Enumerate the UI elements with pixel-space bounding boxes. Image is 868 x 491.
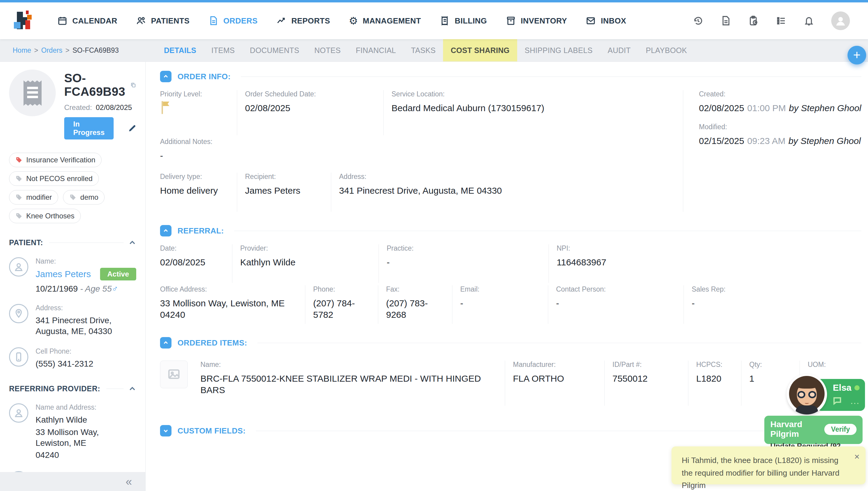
expand-section-icon[interactable] [160,425,171,436]
nav-label: REPORTS [291,16,330,26]
top-navigation-bar: CALENDAR PATIENTS ORDERS REPORTS ⚙ MANAG… [0,0,868,39]
sales-rep-value: - [692,298,854,309]
nav-label: INBOX [601,16,626,26]
custom-fields-title: CUSTOM FIELDS: [177,426,246,436]
tab-details[interactable]: DETAILS [157,39,204,61]
breadcrumb-orders[interactable]: Orders [41,47,62,55]
chevron-up-icon[interactable] [129,385,136,393]
recipient-value: James Peters [245,185,324,196]
nav-item-inbox[interactable]: INBOX [586,16,626,26]
collapse-section-icon[interactable] [160,71,171,82]
scheduled-date-label: Order Scheduled Date: [245,90,376,98]
add-button[interactable]: + [847,46,866,64]
chevron-up-icon[interactable] [129,239,136,247]
tab-financial[interactable]: FINANCIAL [348,39,403,61]
provider-address-line2: 04240 [35,450,136,461]
chat-bubble-icon[interactable] [833,396,842,405]
billing-icon [440,16,450,26]
nav-label: PATIENTS [151,16,190,26]
patient-name-link[interactable]: James Peters [35,269,91,279]
assistant-avatar[interactable] [787,374,827,414]
tag-icon [16,194,23,201]
tab-notes[interactable]: NOTES [307,39,348,61]
status-badge: In Progress [64,117,114,140]
nav-item-management[interactable]: ⚙ MANAGEMENT [349,16,421,26]
ordered-items-title: ORDERED ITEMS: [177,338,247,348]
office-address-label: Office Address: [160,285,298,293]
history-icon[interactable] [693,16,703,26]
tab-documents[interactable]: DOCUMENTS [242,39,307,61]
item-image-placeholder [160,360,188,388]
patients-icon [136,16,146,26]
inventory-icon [506,16,516,26]
tag-label: Not PECOS enrolled [26,174,92,183]
referral-fax-value: (207) 783-9268 [386,298,445,320]
order-avatar [9,69,56,116]
modified-date: 02/15/2025 [699,136,744,146]
nav-item-calendar[interactable]: CALENDAR [57,16,117,26]
list-icon[interactable] [776,16,787,26]
copy-icon[interactable] [131,80,136,90]
verify-button[interactable]: Verify [824,424,857,435]
id-part-label: ID/Part #: [612,360,681,369]
bell-icon[interactable] [804,16,814,26]
assistant-name: Elsa [833,382,851,393]
tab-cost-sharing[interactable]: COST SHARING [443,39,517,61]
tag-label: demo [80,193,98,202]
nav-item-inventory[interactable]: INVENTORY [506,16,567,26]
cell-phone-label: Cell Phone: [35,347,136,355]
app-logo[interactable] [14,10,34,31]
tab-items[interactable]: ITEMS [204,39,242,61]
nav-item-billing[interactable]: BILLING [440,16,487,26]
contact-person-label: Contact Person: [556,285,676,293]
assistant-menu-icon[interactable]: … [850,398,860,404]
nav-item-orders[interactable]: ORDERS [208,16,258,26]
item-name-label: Name: [200,360,498,369]
breadcrumb-home[interactable]: Home [13,47,31,55]
receipt-icon [20,79,45,108]
clipboard-clock-icon[interactable] [748,16,759,26]
breadcrumb-separator: > [65,47,69,55]
nav-label: MANAGEMENT [363,16,421,26]
collapse-section-icon[interactable] [160,225,171,236]
provider-name: Kathlyn Wilde [35,414,136,425]
recipient-label: Recipient: [245,173,324,181]
tag-chip: Insurance Verification [9,153,102,167]
referral-email-value: - [460,298,541,309]
priority-flag-icon[interactable] [160,100,172,114]
collapse-sidebar-icon[interactable]: « [126,476,132,487]
tab-shipping-labels[interactable]: SHIPPING LABELS [517,39,600,61]
tab-playbook[interactable]: PLAYBOOK [638,39,695,61]
created-by: by Stephen Ghool [789,103,861,113]
assistant-toast: × Hi Tahmid, the knee brace (L1820) is m… [672,446,866,484]
patient-cell-phone: (555) 341-2312 [35,358,136,369]
user-avatar[interactable] [831,11,850,30]
document-icon[interactable] [720,16,731,26]
referral-phone-value: (207) 784-5782 [313,298,371,320]
manufacturer-label: Manufacturer: [513,360,597,369]
nav-item-patients[interactable]: PATIENTS [136,16,190,26]
referral-npi-label: NPI: [557,244,854,253]
tab-tasks[interactable]: TASKS [403,39,443,61]
tag-label: Knee Orthoses [26,212,75,220]
referral-date-value: 02/08/2025 [160,257,225,268]
ordered-item-row: Name: BRC-FLA 7550012-KNEE STABILIZER WR… [160,360,861,406]
referral-npi-value: 1164683967 [557,257,854,268]
service-location-label: Service Location: [392,90,676,98]
referral-date-label: Date: [160,244,225,253]
patient-age: - Age 55 [80,284,112,293]
referral-email-label: Email: [460,285,541,293]
nav-item-reports[interactable]: REPORTS [276,16,330,26]
delivery-address-value: 341 Pinecrest Drive, Augusta, ME 04330 [339,185,676,196]
close-icon[interactable]: × [854,450,860,464]
collapse-section-icon[interactable] [160,337,171,348]
created-date: 02/08/2025 [699,103,744,113]
tab-audit[interactable]: AUDIT [600,39,638,61]
nav-label: ORDERS [223,16,258,26]
contact-person-value: - [556,298,676,309]
edit-pencil-icon[interactable] [128,123,136,134]
additional-notes-value: - [160,150,683,162]
referral-practice-value: - [387,257,541,268]
manufacturer-value: FLA ORTHO [513,373,597,384]
order-sidebar: SO-FCA69B93 Created: 02/08/2025 In Progr… [0,62,146,491]
